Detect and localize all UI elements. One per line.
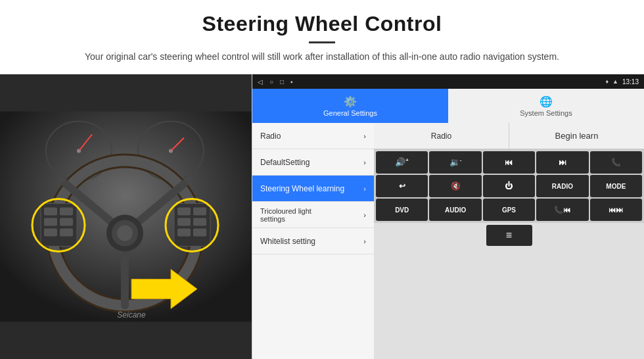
android-panel: ◁ ○ □ ▪ ♦ ▲ 13:13 ⚙️ General Settings bbox=[252, 74, 644, 359]
back-button[interactable]: ↩ bbox=[376, 175, 428, 197]
menu-item-default[interactable]: DefaultSetting › bbox=[252, 149, 374, 176]
menu-panel: Radio › DefaultSetting › Steering Wheel … bbox=[252, 123, 374, 359]
header-section: Steering Wheel Control Your original car… bbox=[0, 0, 644, 70]
vol-up-button[interactable]: 🔊+ bbox=[376, 151, 428, 174]
mode-btn-label: MODE bbox=[606, 183, 626, 190]
audio-button[interactable]: AUDIO bbox=[429, 199, 481, 221]
dvd-button[interactable]: DVD bbox=[376, 199, 428, 221]
page-title: Steering Wheel Control bbox=[26, 12, 618, 36]
ctrl-bottom: ≡ bbox=[374, 223, 644, 248]
next-track-button[interactable]: ⏭ bbox=[536, 151, 588, 174]
status-bar-left: ◁ ○ □ ▪ bbox=[258, 78, 293, 85]
svg-rect-28 bbox=[193, 229, 206, 237]
seek-button[interactable]: ⏮⏭ bbox=[590, 199, 642, 221]
menu-item-steering[interactable]: Steering Wheel learning › bbox=[252, 176, 374, 202]
status-bar-right: ♦ ▲ 13:13 bbox=[605, 78, 639, 85]
mute-button[interactable]: 🔇 bbox=[429, 175, 481, 197]
content-area: Seicane ◁ ○ □ ▪ ♦ ▲ 13:13 bbox=[0, 74, 644, 359]
menu-bottom-icon: ≡ bbox=[506, 229, 512, 241]
menu-arrow-whitelist: › bbox=[363, 237, 366, 245]
back-call-icon: ↩ bbox=[399, 181, 405, 191]
time-display: 13:13 bbox=[622, 78, 639, 85]
menu-item-tricolour[interactable]: Tricoloured lightsettings › bbox=[252, 202, 374, 228]
vol-down-icon: 🔉- bbox=[449, 157, 462, 167]
svg-rect-20 bbox=[44, 229, 57, 237]
svg-rect-27 bbox=[177, 229, 191, 237]
radio-button[interactable]: RADIO bbox=[536, 175, 588, 197]
svg-rect-24 bbox=[193, 208, 206, 216]
tab-row: ⚙️ General Settings 🌐 System Settings bbox=[252, 89, 644, 123]
subtitle: Your original car's steering wheel contr… bbox=[59, 50, 585, 64]
mute-icon: 🔇 bbox=[451, 181, 461, 191]
menu-arrow-steering: › bbox=[363, 185, 366, 193]
radio-text: Radio bbox=[431, 132, 451, 141]
ctrl-radio-label: Radio bbox=[374, 123, 509, 149]
prev-track-icon: ⏮ bbox=[505, 158, 513, 167]
menu-radio-label: Radio bbox=[260, 132, 281, 141]
seek-icon: ⏮⏭ bbox=[609, 206, 623, 214]
wifi-icon: ▲ bbox=[612, 78, 618, 85]
general-settings-icon: ⚙️ bbox=[344, 95, 357, 108]
back-icon[interactable]: ◁ bbox=[258, 78, 263, 85]
call-button[interactable]: 📞 bbox=[590, 151, 642, 174]
recents-icon[interactable]: □ bbox=[280, 78, 284, 85]
svg-rect-21 bbox=[60, 229, 73, 237]
dvd-btn-label: DVD bbox=[395, 206, 409, 214]
call-prev-button[interactable]: 📞⏮ bbox=[536, 199, 588, 221]
call-prev-icon: 📞⏮ bbox=[554, 206, 570, 214]
svg-rect-25 bbox=[177, 218, 191, 226]
gps-status-icon: ♦ bbox=[605, 78, 609, 85]
tab-general-settings[interactable]: ⚙️ General Settings bbox=[252, 89, 448, 123]
power-icon: ⏻ bbox=[505, 181, 513, 191]
svg-rect-23 bbox=[177, 208, 191, 216]
power-button[interactable]: ⏻ bbox=[483, 175, 535, 197]
menu-icon[interactable]: ▪ bbox=[290, 78, 293, 85]
status-bar: ◁ ○ □ ▪ ♦ ▲ 13:13 bbox=[252, 74, 644, 89]
system-settings-icon: 🌐 bbox=[540, 95, 553, 108]
tab-system-settings[interactable]: 🌐 System Settings bbox=[448, 89, 644, 123]
svg-rect-17 bbox=[60, 208, 73, 216]
menu-steering-label: Steering Wheel learning bbox=[260, 184, 344, 193]
main-content: Radio › DefaultSetting › Steering Wheel … bbox=[252, 123, 644, 359]
begin-learn-button[interactable]: Begin learn bbox=[509, 123, 644, 149]
tab-system-label: System Settings bbox=[520, 109, 572, 117]
mode-button[interactable]: MODE bbox=[590, 175, 642, 197]
ctrl-buttons-grid: 🔊+ 🔉- ⏮ ⏭ 📞 bbox=[374, 149, 644, 223]
vol-up-icon: 🔊+ bbox=[395, 157, 409, 167]
menu-arrow-radio: › bbox=[363, 132, 366, 140]
prev-track-button[interactable]: ⏮ bbox=[483, 151, 535, 174]
home-icon[interactable]: ○ bbox=[269, 78, 273, 85]
steering-image: Seicane bbox=[0, 74, 252, 359]
gps-btn-label: GPS bbox=[502, 206, 516, 214]
menu-default-label: DefaultSetting bbox=[260, 158, 310, 167]
begin-learn-label: Begin learn bbox=[555, 131, 599, 141]
audio-btn-label: AUDIO bbox=[445, 206, 466, 214]
vol-down-button[interactable]: 🔉- bbox=[429, 151, 481, 174]
menu-item-radio[interactable]: Radio › bbox=[252, 123, 374, 149]
menu-item-whitelist[interactable]: Whitelist setting › bbox=[252, 228, 374, 254]
ctrl-row-1: Radio Begin learn bbox=[374, 123, 644, 149]
radio-btn-label: RADIO bbox=[552, 183, 573, 190]
svg-text:Seicane: Seicane bbox=[117, 310, 146, 320]
call-icon: 📞 bbox=[611, 158, 621, 167]
next-track-icon: ⏭ bbox=[559, 158, 566, 167]
tab-general-label: General Settings bbox=[323, 109, 377, 117]
gps-button[interactable]: GPS bbox=[483, 199, 535, 221]
title-divider bbox=[309, 41, 335, 43]
menu-arrow-default: › bbox=[363, 158, 366, 166]
svg-rect-19 bbox=[60, 218, 73, 226]
svg-point-14 bbox=[117, 226, 133, 241]
page-wrapper: Steering Wheel Control Your original car… bbox=[0, 0, 644, 359]
controls-panel: Radio Begin learn 🔊+ 🔉- bbox=[374, 123, 644, 359]
svg-rect-26 bbox=[193, 218, 206, 226]
menu-tricolour-label: Tricoloured lightsettings bbox=[260, 207, 311, 223]
menu-bottom-button[interactable]: ≡ bbox=[486, 225, 532, 246]
svg-rect-18 bbox=[44, 218, 57, 226]
svg-rect-16 bbox=[44, 208, 57, 216]
menu-whitelist-label: Whitelist setting bbox=[260, 237, 315, 246]
menu-arrow-tricolour: › bbox=[363, 211, 366, 219]
